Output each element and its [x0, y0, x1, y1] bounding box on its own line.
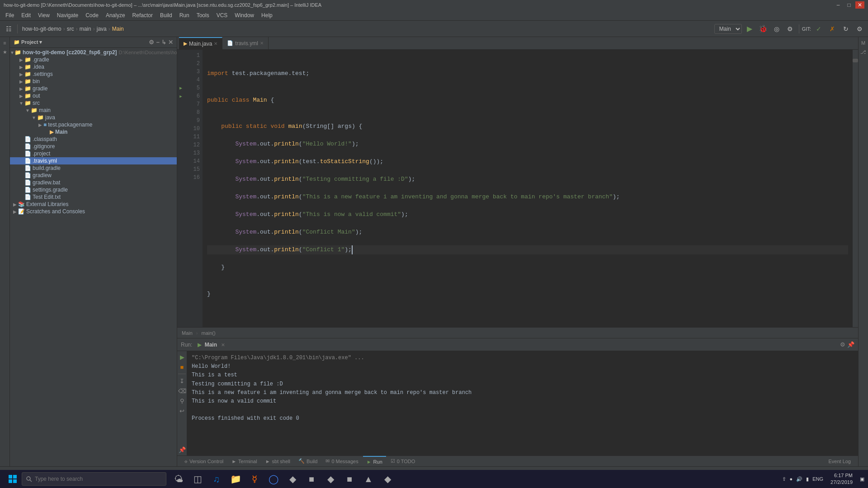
- tree-item-main-java[interactable]: ▶ Main: [10, 128, 177, 136]
- taskbar-app-1[interactable]: ◆: [284, 470, 301, 488]
- taskbar-app-4[interactable]: ■: [341, 470, 358, 488]
- git-settings[interactable]: ⚙: [854, 23, 865, 35]
- tree-item-settings-gradle[interactable]: 📄 settings.gradle: [10, 186, 177, 193]
- taskbar-start-button[interactable]: [4, 470, 22, 488]
- tree-item-idea[interactable]: ▶ 📁 .idea: [10, 63, 177, 70]
- menu-refactor[interactable]: Refactor: [129, 11, 156, 19]
- tree-item-external-libs[interactable]: ▶ 📚 External Libraries: [10, 201, 177, 208]
- right-maven-icon[interactable]: M: [859, 39, 868, 47]
- tree-item-classpath[interactable]: 📄 .classpath: [10, 136, 177, 143]
- taskbar-app-3[interactable]: ◆: [322, 470, 339, 488]
- bottom-tab-terminal[interactable]: ► Terminal: [228, 456, 260, 467]
- breadcrumb-java[interactable]: java: [97, 26, 107, 32]
- git-update[interactable]: ↻: [840, 23, 852, 35]
- debug-button[interactable]: 🐞: [757, 23, 769, 35]
- breadcrumb-main-class[interactable]: Main: [112, 26, 124, 32]
- bottom-tab-version-control[interactable]: ⎆ Version Control: [181, 456, 227, 467]
- run-pin-btn[interactable]: 📌: [178, 446, 186, 454]
- tree-item-test-packagename[interactable]: ▶ ■ test.packagename: [10, 121, 177, 128]
- maximize-button[interactable]: □: [844, 1, 854, 9]
- bottom-tab-messages[interactable]: ✉ 0 Messages: [322, 456, 362, 467]
- taskbar-network-icon[interactable]: ●: [790, 476, 793, 482]
- tab-main-java-close[interactable]: ✕: [214, 41, 217, 46]
- tree-item-src[interactable]: ▼ 📁 src: [10, 99, 177, 107]
- run-scroll-end-btn[interactable]: ↧: [178, 377, 186, 385]
- taskbar-app-5[interactable]: ▲: [360, 470, 377, 488]
- tree-item-travis[interactable]: 📄 .travis.yml: [10, 157, 177, 164]
- menu-vcs[interactable]: VCS: [213, 11, 231, 19]
- tree-item-project-file[interactable]: 📄 .project: [10, 150, 177, 157]
- taskbar-notification[interactable]: ▣: [860, 476, 864, 482]
- project-scroll-icon[interactable]: ↳: [161, 39, 166, 46]
- run-restart-btn[interactable]: ▶: [178, 353, 186, 361]
- run-settings-icon[interactable]: ⚙: [840, 341, 845, 348]
- tree-item-settings[interactable]: ▶ 📁 .settings: [10, 70, 177, 78]
- taskbar-search-input[interactable]: [35, 476, 148, 482]
- coverage-button[interactable]: ◎: [771, 23, 783, 35]
- tab-main-java[interactable]: ▶ Main.java ✕: [179, 37, 222, 50]
- git-x[interactable]: ✗: [826, 23, 838, 35]
- code-content[interactable]: import test.packagename.test; public cla…: [203, 50, 853, 327]
- bottom-tab-event-log[interactable]: Event Log: [825, 456, 854, 467]
- bottom-tab-run[interactable]: ► Run: [363, 456, 386, 467]
- taskbar-clock[interactable]: 6:17 PM 27/2/2019: [830, 472, 853, 486]
- run-clear-btn[interactable]: ⌫: [178, 387, 186, 395]
- taskbar-tray-chevron[interactable]: ⇧: [782, 476, 786, 482]
- close-button[interactable]: ✕: [855, 1, 864, 9]
- structure-icon[interactable]: ≡: [1, 39, 9, 47]
- run-stop-btn[interactable]: ■: [178, 363, 186, 371]
- tree-item-gradle-hidden[interactable]: ▶ 📁 .gradle: [10, 56, 177, 63]
- menu-build[interactable]: Build: [156, 11, 176, 19]
- run-pin-icon[interactable]: 📌: [847, 341, 854, 348]
- run-config-select[interactable]: Main: [714, 24, 742, 34]
- run-filter-btn[interactable]: ⚲: [178, 397, 186, 405]
- taskbar-search-box[interactable]: [22, 472, 166, 486]
- tab-travis-close[interactable]: ✕: [260, 41, 264, 46]
- right-scrollbar[interactable]: [853, 50, 858, 327]
- minimize-button[interactable]: –: [834, 1, 843, 9]
- tab-travis-yml[interactable]: 📄 travis.yml ✕: [222, 37, 269, 50]
- toolbar-project-toggle[interactable]: ☷: [3, 23, 14, 35]
- taskbar-cortana[interactable]: 🌤: [170, 470, 187, 488]
- menu-tools[interactable]: Tools: [193, 11, 213, 19]
- taskbar-app-6[interactable]: ◆: [379, 470, 396, 488]
- profile-button[interactable]: ⚙: [784, 23, 796, 35]
- bottom-tab-todo[interactable]: ☑ 0 TODO: [387, 456, 419, 467]
- tree-item-gradlew-bat[interactable]: 📄 gradlew.bat: [10, 179, 177, 186]
- menu-help[interactable]: Help: [258, 11, 276, 19]
- project-close-icon[interactable]: ✕: [168, 39, 173, 46]
- taskbar-battery-icon[interactable]: ▮: [806, 476, 809, 482]
- taskbar-file-explorer[interactable]: 📁: [227, 470, 244, 488]
- bottom-tab-sbt[interactable]: ► sbt shell: [262, 456, 294, 467]
- menu-navigate[interactable]: Navigate: [53, 11, 82, 19]
- tree-item-gitignore[interactable]: 📄 .gitignore: [10, 143, 177, 150]
- breadcrumb-main[interactable]: main: [80, 26, 91, 32]
- menu-view[interactable]: View: [34, 11, 53, 19]
- tree-item-out[interactable]: ▶ 📁 out: [10, 92, 177, 99]
- taskbar-edge[interactable]: ♫: [208, 470, 225, 488]
- taskbar-firefox[interactable]: ☿: [246, 470, 263, 488]
- run-wrap-btn[interactable]: ↩: [178, 407, 186, 415]
- bottom-tab-build[interactable]: 🔨 Build: [295, 456, 321, 467]
- tree-item-build-gradle[interactable]: 📄 build.gradle: [10, 164, 177, 172]
- menu-run[interactable]: Run: [176, 11, 193, 19]
- tree-item-test-edit[interactable]: 📄 Test Edit.txt: [10, 193, 177, 201]
- tree-item-scratches[interactable]: ▶ 📝 Scratches and Consoles: [10, 208, 177, 215]
- run-tab-close[interactable]: ✕: [221, 343, 225, 347]
- menu-code[interactable]: Code: [82, 11, 102, 19]
- run-button[interactable]: ▶: [744, 23, 755, 35]
- menu-analyze[interactable]: Analyze: [102, 11, 129, 19]
- menu-edit[interactable]: Edit: [18, 11, 34, 19]
- taskbar-task-view[interactable]: ◫: [189, 470, 206, 488]
- taskbar-app-2[interactable]: ■: [303, 470, 320, 488]
- tree-item-java-folder[interactable]: ▼ 📁 java: [10, 114, 177, 121]
- project-collapse-icon[interactable]: −: [156, 39, 160, 46]
- breadcrumb-src[interactable]: src: [67, 26, 74, 32]
- favorites-icon[interactable]: ★: [1, 48, 9, 56]
- tree-item-main-folder[interactable]: ▼ 📁 main: [10, 107, 177, 114]
- menu-window[interactable]: Window: [231, 11, 258, 19]
- taskbar-volume-icon[interactable]: 🔊: [796, 476, 802, 482]
- project-settings-icon[interactable]: ⚙: [149, 39, 154, 46]
- project-root[interactable]: ▼ 📁 how-to-git-demo [cz2002_fsp6_grp2] D…: [10, 49, 177, 56]
- code-editor[interactable]: ▶ ▶ 1 2 3 4 5 6 7 8 9 10: [177, 50, 858, 327]
